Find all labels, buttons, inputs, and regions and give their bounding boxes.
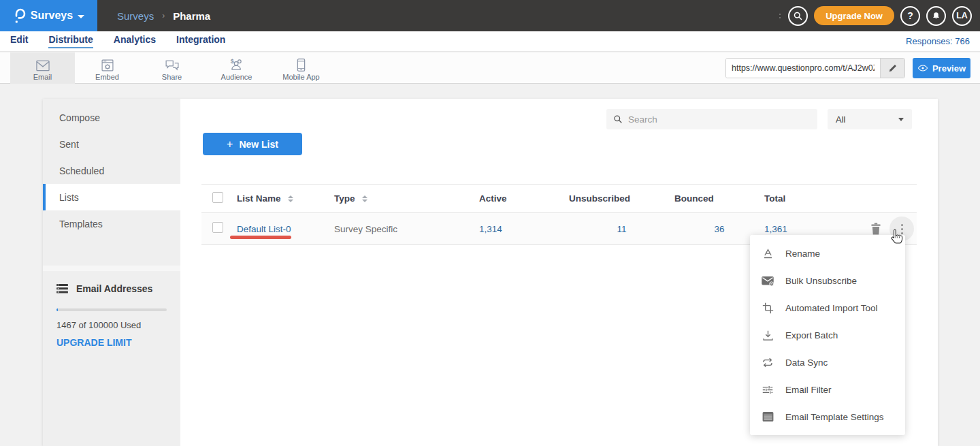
app-title: Surveys [31,10,73,22]
questionpro-logo-icon [13,7,26,25]
edit-url-button[interactable] [880,59,904,78]
rename-icon [762,247,774,259]
list-actions-menu: Rename Bulk Unsubscribe Automated Import… [750,235,905,435]
menu-item-data-sync[interactable]: Data Sync [750,349,905,376]
usage-progress-fill [56,308,58,311]
help-button[interactable]: ? [900,6,920,26]
distribute-toolbar: Email Embed Share $ Audience [0,52,980,84]
sidebar-item-sent[interactable]: Sent [43,131,180,157]
col-type: Type [334,193,355,204]
app-root: Surveys Surveys › Pharma Upgrade Now ? L… [0,0,980,446]
email-sidebar: Compose Sent Scheduled Lists Templates E… [43,99,180,446]
col-active: Active [479,193,569,204]
usage-text: 1467 of 100000 Used [56,320,167,330]
list-filter-dropdown[interactable]: All [828,109,912,129]
audience-icon: $ [229,56,244,72]
total-count-link[interactable]: 1,361 [764,224,865,234]
tab-edit[interactable]: Edit [10,34,28,48]
menu-item-email-template-settings[interactable]: Email Template Settings [750,403,905,430]
toolbar-item-share[interactable]: Share [140,52,204,84]
menu-item-rename[interactable]: Rename [750,240,905,267]
tab-integration[interactable]: Integration [176,34,225,48]
question-mark-icon: ? [907,10,913,21]
download-icon [762,329,774,341]
menu-item-automated-import-tool[interactable]: Automated Import Tool [750,294,905,321]
toolbar-item-email[interactable]: Email [10,52,75,84]
usage-progress-bar [56,308,167,311]
list-name-link[interactable]: Default List-0 [237,224,291,234]
select-all-checkbox[interactable] [212,192,223,203]
toolbar-item-embed[interactable]: Embed [75,52,140,84]
search-button[interactable] [788,6,808,26]
preview-button[interactable]: Preview [913,58,970,78]
new-list-button[interactable]: + New List [203,133,302,155]
col-bounced: Bounced [674,193,764,204]
red-annotation-underline [230,236,291,239]
chevron-down-icon [78,15,84,18]
crop-import-icon [762,302,774,314]
table-header-row: List Name Type Active Unsubscribed Bounc… [201,184,917,213]
survey-nav-tabs: Edit Distribute Analytics Integration Re… [0,31,980,52]
delete-list-button[interactable] [870,223,881,235]
kebab-dots-icon [901,224,903,226]
list-type: Survey Specific [334,224,479,234]
breadcrumb-current-survey: Pharma [173,10,210,22]
search-icon [793,11,803,21]
col-unsubscribed: Unsubscribed [569,193,674,204]
trash-icon [870,223,881,235]
unsubscribe-envelope-icon [762,274,774,287]
sort-list-name-icon[interactable] [288,195,293,202]
survey-url-field [725,58,905,78]
avatar[interactable]: LA [952,6,972,26]
menu-item-export-batch[interactable]: Export Batch [750,321,905,349]
breadcrumb-surveys-link[interactable]: Surveys [117,10,154,22]
bounced-count-link[interactable]: 36 [674,224,764,234]
bell-icon [931,11,941,21]
sidebar-item-lists[interactable]: Lists [43,184,180,210]
eye-icon [917,64,928,72]
sidebar-divider [43,266,180,271]
tab-distribute[interactable]: Distribute [48,34,93,48]
col-list-name: List Name [237,193,281,204]
sort-type-icon[interactable] [362,195,368,202]
svg-text:$: $ [231,58,234,65]
sidebar-item-compose[interactable]: Compose [43,104,180,131]
toolbar-item-mobile-app[interactable]: Mobile App [269,52,333,84]
email-icon [35,56,50,72]
notifications-button[interactable] [926,6,946,26]
email-addresses-section: Email Addresses 1467 of 100000 Used UPGR… [43,271,180,349]
embed-icon [101,56,114,72]
survey-url-input[interactable] [726,59,880,78]
email-addresses-title: Email Addresses [76,283,152,294]
overflow-dots-icon [779,14,781,18]
upgrade-limit-link[interactable]: UPGRADE LIMIT [56,337,131,348]
top-bar-actions: Upgrade Now ? LA [779,0,972,31]
tab-analytics[interactable]: Analytics [114,34,156,48]
sidebar-item-scheduled[interactable]: Scheduled [43,157,180,184]
unsubscribed-count-link[interactable]: 11 [569,224,674,234]
plus-icon: + [227,138,233,150]
responses-count[interactable]: Responses: 766 [906,36,970,46]
upgrade-now-button[interactable]: Upgrade Now [814,6,894,25]
filter-sliders-icon [762,383,774,396]
search-icon [613,114,623,124]
top-bar: Surveys Surveys › Pharma Upgrade Now ? L… [0,0,980,31]
toolbar-item-audience[interactable]: $ Audience [204,52,269,84]
filter-selected-value: All [836,114,845,125]
menu-item-email-filter[interactable]: Email Filter [750,376,905,403]
list-search-input[interactable] [628,114,811,125]
row-checkbox[interactable] [212,222,223,233]
col-total: Total [764,193,865,204]
template-settings-icon [762,411,774,423]
breadcrumb-separator-icon: › [162,11,165,20]
mobile-phone-icon [297,56,306,72]
sync-loop-icon [762,356,774,368]
avatar-initials: LA [956,11,968,20]
product-switcher[interactable]: Surveys [0,0,97,31]
active-count-link[interactable]: 1,314 [479,224,569,234]
share-icon [165,56,180,72]
menu-item-bulk-unsubscribe[interactable]: Bulk Unsubscribe [750,267,905,294]
sidebar-item-templates[interactable]: Templates [43,210,180,237]
pencil-icon [888,63,898,73]
address-list-icon [56,284,68,293]
